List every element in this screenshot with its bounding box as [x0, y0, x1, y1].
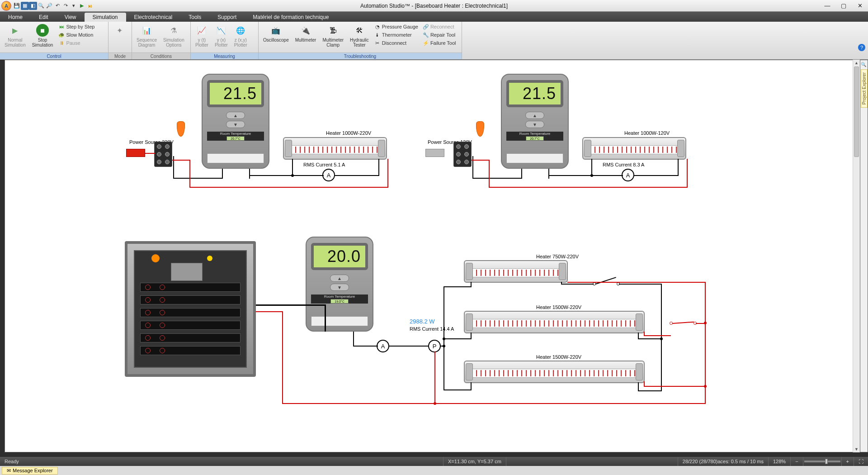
- qat-step-icon[interactable]: ⏯: [86, 2, 94, 10]
- c3-heater-a[interactable]: [464, 260, 568, 283]
- multimeter-button[interactable]: 🔌Multimeter: [293, 23, 318, 43]
- vertical-scrollbar[interactable]: ▲ ▼: [853, 60, 860, 452]
- project-explorer-icon[interactable]: 🔍: [861, 62, 867, 68]
- breaker-5[interactable]: [140, 333, 241, 342]
- qat-zoom-in-icon[interactable]: 🔍: [37, 2, 45, 10]
- c2-gray-plug[interactable]: [425, 149, 444, 157]
- failure-tool-button[interactable]: ⚡Failure Tool: [422, 39, 457, 47]
- c1-thermo-reading: 21.5: [223, 84, 257, 103]
- c2-thermo-up-button[interactable]: ▲: [525, 112, 544, 119]
- c2-thermo-down-button[interactable]: ▼: [525, 121, 544, 128]
- c2-thermo-scale[interactable]: [506, 153, 563, 163]
- c3-wire: [443, 338, 472, 339]
- zoom-out-button[interactable]: −: [790, 457, 802, 466]
- breaker-3[interactable]: [140, 308, 241, 317]
- schematic-canvas[interactable]: Power Source 220V 21.5 ▲ ▼ Room Temperat…: [5, 60, 859, 452]
- c1-thermo-scale[interactable]: [207, 153, 264, 163]
- pause-button[interactable]: ⏸Pause: [57, 39, 95, 47]
- tab-home[interactable]: Home: [0, 13, 31, 22]
- qat-undo-icon[interactable]: ↶: [53, 2, 61, 10]
- c1-heater[interactable]: [283, 137, 387, 160]
- pressure-gauge-button[interactable]: ◔Pressure Gauge: [373, 23, 419, 30]
- simulation-options-button[interactable]: ⚗Simulation Options: [161, 23, 186, 48]
- oscilloscope-button[interactable]: 📺Oscilloscope: [261, 23, 291, 43]
- tab-training[interactable]: Matériel de formation technique: [245, 13, 337, 22]
- c2-ammeter[interactable]: A: [622, 169, 634, 181]
- tab-view[interactable]: View: [57, 13, 85, 22]
- status-bar: Ready X=11.30 cm, Y=5.37 cm 28/220 (28/7…: [0, 457, 868, 466]
- repair-tool-button[interactable]: 🔧Repair Tool: [422, 31, 457, 38]
- c1-terminal-block[interactable]: [154, 142, 172, 167]
- slow-motion-button[interactable]: 🐢Slow Motion: [57, 31, 95, 38]
- breaker-panel[interactable]: [125, 241, 256, 377]
- qat-save-icon[interactable]: 💾: [13, 2, 21, 10]
- c3-thermostat[interactable]: 20.0 ▲ ▼ Room Temperature19.0°C: [301, 237, 378, 332]
- hydraulic-tester-button[interactable]: 🛠Hydraulic Tester: [348, 23, 371, 48]
- tab-edit[interactable]: Edit: [31, 13, 57, 22]
- qat-dropdown-icon[interactable]: ▾: [70, 2, 78, 10]
- stop-simulation-button[interactable]: ■ Stop Simulation: [30, 23, 55, 48]
- c2-thermostat[interactable]: 21.5 ▲ ▼ Room Temperature20.7°C: [496, 74, 573, 169]
- yt-plotter-button[interactable]: 📈y (t) Plotter: [193, 23, 210, 48]
- yx-plotter-button[interactable]: 📉y (x) Plotter: [213, 23, 230, 48]
- multimeter-clamp-button[interactable]: 🗜Multimeter Clamp: [321, 23, 345, 48]
- qat-play-icon[interactable]: ▶: [78, 2, 86, 10]
- close-button[interactable]: ✕: [852, 0, 868, 12]
- scroll-up-icon[interactable]: ▲: [853, 60, 860, 66]
- reconnect-button[interactable]: 🔗Reconnect: [422, 23, 457, 30]
- breaker-4[interactable]: [140, 321, 241, 330]
- tab-tools[interactable]: Tools: [180, 13, 209, 22]
- zoom-slider[interactable]: [803, 457, 841, 466]
- app-menu-icon[interactable]: A: [1, 1, 11, 11]
- c3-heater-c[interactable]: [464, 361, 645, 383]
- qat-redo-icon[interactable]: ↷: [61, 2, 70, 10]
- c3-wattmeter[interactable]: P: [428, 340, 441, 352]
- minimize-button[interactable]: —: [819, 0, 835, 12]
- c3-heater-b[interactable]: [464, 311, 645, 333]
- qat-btn-1[interactable]: ▦: [21, 2, 29, 10]
- qat-zoom-out-icon[interactable]: 🔎: [45, 2, 53, 10]
- breaker-1[interactable]: [140, 283, 241, 292]
- sequence-diagram-button[interactable]: 📊Sequence Diagram: [135, 23, 159, 48]
- c1-orange-plug[interactable]: [177, 121, 185, 137]
- c3-thermo-down-button[interactable]: ▼: [330, 284, 349, 291]
- thermometer-button[interactable]: 🌡Thermometer: [373, 31, 419, 38]
- c3-thermo-up-button[interactable]: ▲: [330, 275, 349, 282]
- c1-ammeter[interactable]: A: [322, 169, 335, 181]
- ribbon: ▶ Normal Simulation ■ Stop Simulation ⏭S…: [0, 22, 868, 60]
- step-by-step-button[interactable]: ⏭Step by Step: [57, 23, 95, 30]
- title-bar: A 💾 ▦ ◧ 🔍 🔎 ↶ ↷ ▾ ▶ ⏯ Automation Studio™…: [0, 0, 868, 12]
- c1-red-plug[interactable]: [126, 149, 145, 157]
- tab-simulation[interactable]: Simulation: [85, 13, 126, 22]
- main-breaker[interactable]: [171, 263, 203, 281]
- c2-heater[interactable]: [582, 137, 686, 160]
- zoom-in-button[interactable]: +: [841, 457, 854, 466]
- c3-switch-b[interactable]: [670, 319, 697, 328]
- status-perf: 28/220 (28/780)aces: 0.5 ms / 10 ms: [678, 457, 768, 466]
- tab-electrotechnical[interactable]: Electrotechnical: [126, 13, 181, 22]
- c3-wire-node: [443, 345, 445, 347]
- normal-simulation-button[interactable]: ▶ Normal Simulation: [3, 23, 28, 48]
- c3-thermo-scale[interactable]: [311, 316, 368, 326]
- zoom-fit-button[interactable]: ⛶: [854, 457, 868, 466]
- c2-orange-plug[interactable]: [476, 121, 484, 137]
- c2-terminal-block[interactable]: [453, 142, 472, 167]
- scroll-down-icon[interactable]: ▼: [853, 446, 860, 452]
- breaker-2[interactable]: [140, 295, 241, 304]
- message-explorer-tab[interactable]: ✉ Message Explorer: [2, 467, 58, 475]
- c1-thermostat[interactable]: 21.5 ▲ ▼ Room Temperature20.7°C: [197, 74, 274, 169]
- disconnect-button[interactable]: ✂Disconnect: [373, 39, 419, 47]
- help-icon[interactable]: ?: [858, 44, 865, 51]
- c1-thermo-up-button[interactable]: ▲: [226, 112, 245, 119]
- project-explorer-tab[interactable]: Project Explorer: [861, 69, 868, 108]
- tab-support[interactable]: Support: [209, 13, 245, 22]
- breaker-6[interactable]: [140, 346, 241, 355]
- mode-button[interactable]: ✦: [111, 23, 127, 38]
- qat-btn-2[interactable]: ◧: [29, 2, 37, 10]
- maximize-button[interactable]: ▢: [835, 0, 852, 12]
- c1-thermo-down-button[interactable]: ▼: [226, 121, 245, 128]
- scroll-thumb[interactable]: [854, 66, 859, 157]
- zxy-plotter-button[interactable]: 🌐z (x,y) Plotter: [232, 23, 249, 48]
- c3-ammeter[interactable]: A: [377, 340, 389, 352]
- c3-switch-a[interactable]: [593, 280, 620, 289]
